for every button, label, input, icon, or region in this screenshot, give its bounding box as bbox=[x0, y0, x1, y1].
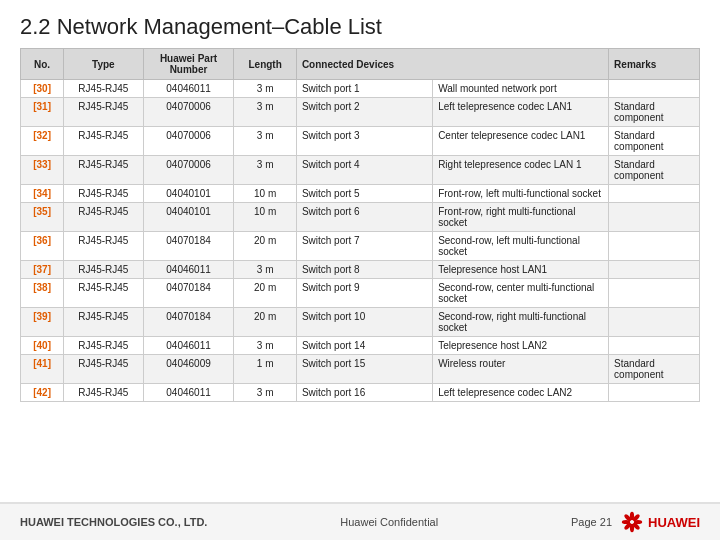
cell-part: 04046011 bbox=[143, 80, 234, 98]
cell-desc: Second-row, center multi-functional sock… bbox=[433, 279, 609, 308]
cell-length: 20 m bbox=[234, 279, 296, 308]
header-part: Huawei Part Number bbox=[143, 49, 234, 80]
cell-part: 04070006 bbox=[143, 98, 234, 127]
table-row: [39]RJ45-RJ450407018420 mSwitch port 10S… bbox=[21, 308, 700, 337]
cell-type: RJ45-RJ45 bbox=[64, 98, 143, 127]
cell-type: RJ45-RJ45 bbox=[64, 203, 143, 232]
cell-desc: Right telepresence codec LAN 1 bbox=[433, 156, 609, 185]
table-row: [41]RJ45-RJ45040460091 mSwitch port 15Wi… bbox=[21, 355, 700, 384]
cell-part: 04070184 bbox=[143, 232, 234, 261]
footer: HUAWEI TECHNOLOGIES CO., LTD. Huawei Con… bbox=[0, 502, 720, 540]
cell-remarks bbox=[609, 279, 700, 308]
cell-port: Switch port 15 bbox=[296, 355, 432, 384]
page-number: Page 21 bbox=[571, 516, 612, 528]
cell-part: 04070184 bbox=[143, 279, 234, 308]
cell-type: RJ45-RJ45 bbox=[64, 308, 143, 337]
cell-desc: Left telepresence codec LAN2 bbox=[433, 384, 609, 402]
cell-remarks bbox=[609, 203, 700, 232]
cell-part: 04070006 bbox=[143, 127, 234, 156]
cell-no: [31] bbox=[21, 98, 64, 127]
table-row: [34]RJ45-RJ450404010110 mSwitch port 5Fr… bbox=[21, 185, 700, 203]
cell-desc: Telepresence host LAN1 bbox=[433, 261, 609, 279]
header-type: Type bbox=[64, 49, 143, 80]
cell-no: [37] bbox=[21, 261, 64, 279]
cell-no: [42] bbox=[21, 384, 64, 402]
cable-list-table: No. Type Huawei Part Number Length Conne… bbox=[20, 48, 700, 402]
cell-length: 3 m bbox=[234, 156, 296, 185]
header-no: No. bbox=[21, 49, 64, 80]
cell-remarks bbox=[609, 308, 700, 337]
cell-no: [39] bbox=[21, 308, 64, 337]
cell-type: RJ45-RJ45 bbox=[64, 80, 143, 98]
cell-length: 3 m bbox=[234, 337, 296, 355]
table-row: [33]RJ45-RJ45040700063 mSwitch port 4Rig… bbox=[21, 156, 700, 185]
cell-type: RJ45-RJ45 bbox=[64, 279, 143, 308]
cell-part: 04070184 bbox=[143, 308, 234, 337]
cell-part: 04040101 bbox=[143, 203, 234, 232]
cell-port: Switch port 10 bbox=[296, 308, 432, 337]
cell-part: 04046011 bbox=[143, 337, 234, 355]
cell-part: 04046009 bbox=[143, 355, 234, 384]
table-row: [30]RJ45-RJ45040460113 mSwitch port 1Wal… bbox=[21, 80, 700, 98]
cell-no: [32] bbox=[21, 127, 64, 156]
cell-desc: Wall mounted network port bbox=[433, 80, 609, 98]
cell-desc: Second-row, left multi-functional socket bbox=[433, 232, 609, 261]
cell-length: 3 m bbox=[234, 98, 296, 127]
cell-length: 3 m bbox=[234, 80, 296, 98]
cell-type: RJ45-RJ45 bbox=[64, 156, 143, 185]
cell-port: Switch port 3 bbox=[296, 127, 432, 156]
cell-no: [34] bbox=[21, 185, 64, 203]
header-length: Length bbox=[234, 49, 296, 80]
cell-desc: Front-row, right multi-functional socket bbox=[433, 203, 609, 232]
cell-remarks: Standard component bbox=[609, 98, 700, 127]
cell-port: Switch port 2 bbox=[296, 98, 432, 127]
cell-type: RJ45-RJ45 bbox=[64, 261, 143, 279]
table-row: [37]RJ45-RJ45040460113 mSwitch port 8Tel… bbox=[21, 261, 700, 279]
cell-remarks bbox=[609, 232, 700, 261]
table-row: [36]RJ45-RJ450407018420 mSwitch port 7Se… bbox=[21, 232, 700, 261]
cell-length: 10 m bbox=[234, 203, 296, 232]
cell-length: 3 m bbox=[234, 261, 296, 279]
table-row: [42]RJ45-RJ45040460113 mSwitch port 16Le… bbox=[21, 384, 700, 402]
cell-port: Switch port 7 bbox=[296, 232, 432, 261]
cell-port: Switch port 6 bbox=[296, 203, 432, 232]
table-row: [40]RJ45-RJ45040460113 mSwitch port 14Te… bbox=[21, 337, 700, 355]
cell-no: [36] bbox=[21, 232, 64, 261]
header-remarks: Remarks bbox=[609, 49, 700, 80]
cell-desc: Front-row, left multi-functional socket bbox=[433, 185, 609, 203]
cell-desc: Left telepresence codec LAN1 bbox=[433, 98, 609, 127]
cell-length: 20 m bbox=[234, 232, 296, 261]
cell-port: Switch port 4 bbox=[296, 156, 432, 185]
cell-type: RJ45-RJ45 bbox=[64, 232, 143, 261]
cell-part: 04046011 bbox=[143, 261, 234, 279]
cell-remarks bbox=[609, 337, 700, 355]
cell-port: Switch port 16 bbox=[296, 384, 432, 402]
table-row: [32]RJ45-RJ45040700063 mSwitch port 3Cen… bbox=[21, 127, 700, 156]
cell-remarks bbox=[609, 384, 700, 402]
cell-no: [35] bbox=[21, 203, 64, 232]
cell-length: 3 m bbox=[234, 127, 296, 156]
table-row: [35]RJ45-RJ450404010110 mSwitch port 6Fr… bbox=[21, 203, 700, 232]
cell-port: Switch port 5 bbox=[296, 185, 432, 203]
cell-desc: Wireless router bbox=[433, 355, 609, 384]
cell-no: [30] bbox=[21, 80, 64, 98]
cell-type: RJ45-RJ45 bbox=[64, 384, 143, 402]
cell-port: Switch port 9 bbox=[296, 279, 432, 308]
cell-part: 04046011 bbox=[143, 384, 234, 402]
table-row: [38]RJ45-RJ450407018420 mSwitch port 9Se… bbox=[21, 279, 700, 308]
cell-type: RJ45-RJ45 bbox=[64, 337, 143, 355]
cell-port: Switch port 8 bbox=[296, 261, 432, 279]
cell-length: 1 m bbox=[234, 355, 296, 384]
cell-length: 20 m bbox=[234, 308, 296, 337]
cell-no: [33] bbox=[21, 156, 64, 185]
header-connected: Connected Devices bbox=[296, 49, 608, 80]
cell-remarks: Standard component bbox=[609, 355, 700, 384]
table-row: [31]RJ45-RJ45040700063 mSwitch port 2Lef… bbox=[21, 98, 700, 127]
cell-type: RJ45-RJ45 bbox=[64, 355, 143, 384]
cell-no: [40] bbox=[21, 337, 64, 355]
huawei-brand-text: HUAWEI bbox=[648, 515, 700, 530]
cell-remarks bbox=[609, 185, 700, 203]
cell-port: Switch port 1 bbox=[296, 80, 432, 98]
cell-desc: Telepresence host LAN2 bbox=[433, 337, 609, 355]
cell-part: 04070006 bbox=[143, 156, 234, 185]
